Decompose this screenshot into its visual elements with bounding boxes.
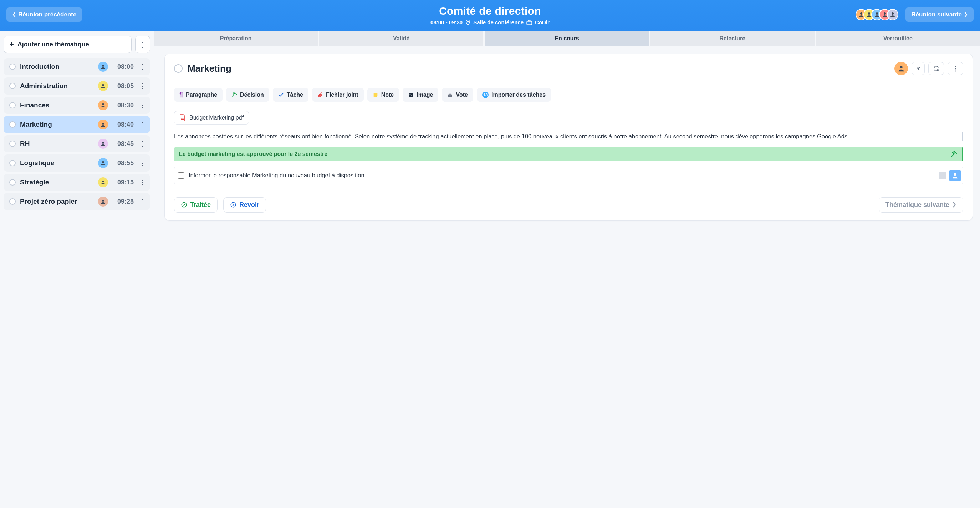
- topic-status-dot[interactable]: [9, 83, 16, 89]
- topic-status-dot[interactable]: [9, 140, 16, 147]
- duration-button[interactable]: 5': [912, 62, 925, 75]
- topic-owner-avatar[interactable]: [98, 158, 108, 168]
- stage-tab-en cours[interactable]: En cours: [485, 31, 649, 46]
- note-button-label: Note: [381, 92, 394, 98]
- svg-point-13: [102, 180, 104, 182]
- next-meeting-button[interactable]: Réunion suivante: [905, 8, 974, 22]
- decision-block[interactable]: Le budget marketing est approuvé pour le…: [174, 147, 963, 161]
- topic-owner-avatar[interactable]: [98, 100, 108, 110]
- refresh-button[interactable]: [928, 62, 944, 75]
- review-button[interactable]: Revoir: [223, 197, 266, 213]
- topic-row[interactable]: Logistique08:55⋮: [3, 154, 150, 172]
- plus-icon: +: [10, 40, 14, 49]
- paragraph-text[interactable]: Les annonces postées sur les différents …: [174, 132, 963, 141]
- topic-time: 08:45: [112, 140, 134, 148]
- topic-owner-avatar[interactable]: [98, 119, 108, 129]
- vote-button-label: Vote: [456, 92, 468, 98]
- topic-row[interactable]: Marketing08:40⋮: [3, 116, 150, 133]
- briefcase-icon: [527, 20, 532, 25]
- topic-row[interactable]: Finances08:30⋮: [3, 97, 150, 114]
- paperclip-icon: [317, 92, 323, 98]
- topic-time: 08:00: [112, 63, 134, 71]
- header-center: Comité de direction 08:00 - 09:30 Salle …: [430, 5, 550, 25]
- topic-more-button[interactable]: ⋮: [138, 178, 146, 186]
- vote-button[interactable]: Vote: [442, 88, 473, 102]
- svg-text:PDF: PDF: [181, 118, 185, 119]
- topic-status-dot[interactable]: [9, 64, 16, 70]
- vertical-dots-icon: ⋮: [139, 40, 146, 49]
- stage-tab-verrouillée[interactable]: Verrouillée: [816, 31, 980, 46]
- panel-title: Marketing: [188, 63, 889, 74]
- topic-more-button[interactable]: ⋮: [138, 82, 146, 90]
- topic-more-button[interactable]: ⋮: [138, 63, 146, 71]
- content-toolbar: ¶ Paragraphe Décision Tâche: [174, 88, 963, 102]
- import-tasks-badge: 13: [482, 92, 488, 98]
- topic-row[interactable]: Administration08:05⋮: [3, 77, 150, 94]
- task-assignee-avatar[interactable]: [949, 170, 961, 181]
- image-button-label: Image: [417, 92, 433, 98]
- add-topic-button[interactable]: + Ajouter une thématique: [3, 36, 132, 53]
- treated-button[interactable]: Traitée: [174, 197, 218, 213]
- stage-tab-validé[interactable]: Validé: [319, 31, 483, 46]
- topic-row[interactable]: Stratégie09:15⋮: [3, 174, 150, 191]
- note-button[interactable]: Note: [368, 88, 399, 102]
- task-checkbox[interactable]: [178, 172, 185, 179]
- meeting-time-range: 08:00 - 09:30: [430, 19, 463, 25]
- decision-button[interactable]: Décision: [226, 88, 269, 102]
- topic-more-button[interactable]: ⋮: [138, 140, 146, 148]
- topic-label: Finances: [20, 101, 94, 109]
- sidebar-more-button[interactable]: ⋮: [135, 36, 150, 53]
- topics-list: Introduction08:00⋮Administration08:05⋮Fi…: [3, 58, 150, 210]
- topic-owner-avatar[interactable]: [98, 139, 108, 149]
- vertical-dots-icon: ⋮: [952, 65, 959, 72]
- panel-footer: Traitée Revoir Thématique suivante: [174, 197, 963, 213]
- import-tasks-button[interactable]: 13 Importer des tâches: [477, 88, 551, 102]
- topic-more-button[interactable]: ⋮: [138, 101, 146, 109]
- attendee-avatars[interactable]: [856, 9, 898, 20]
- attendee-avatar[interactable]: [887, 9, 898, 20]
- next-topic-button[interactable]: Thématique suivante: [879, 197, 963, 213]
- task-button[interactable]: Tâche: [273, 88, 309, 102]
- task-row[interactable]: Informer le responsable Marketing du nou…: [174, 167, 963, 185]
- attachment-button[interactable]: Fichier joint: [312, 88, 364, 102]
- svg-point-23: [181, 202, 186, 208]
- topic-row[interactable]: Projet zéro papier09:25⋮: [3, 193, 150, 210]
- chevron-left-icon: [12, 12, 16, 18]
- attachment-chip[interactable]: PDF Budget Marketing.pdf: [174, 111, 249, 124]
- stage-tab-préparation[interactable]: Préparation: [154, 31, 318, 46]
- topic-row[interactable]: Introduction08:00⋮: [3, 58, 150, 75]
- add-topic-label: Ajouter une thématique: [18, 41, 89, 48]
- svg-point-12: [102, 161, 104, 163]
- topic-time: 08:30: [112, 102, 134, 109]
- topic-label: Stratégie: [20, 178, 94, 186]
- svg-point-8: [102, 84, 104, 86]
- stage-tab-relecture[interactable]: Relecture: [651, 31, 815, 46]
- presenter-avatar[interactable]: [894, 62, 908, 75]
- previous-meeting-button[interactable]: Réunion précédente: [6, 8, 82, 22]
- paragraph-button[interactable]: ¶ Paragraphe: [174, 88, 223, 102]
- topic-owner-avatar[interactable]: [98, 81, 108, 91]
- image-button[interactable]: Image: [402, 88, 438, 102]
- topic-status-dot[interactable]: [9, 102, 16, 108]
- topic-row[interactable]: RH08:45⋮: [3, 135, 150, 152]
- topic-owner-avatar[interactable]: [98, 197, 108, 207]
- note-icon: [373, 92, 379, 98]
- topic-status-dot[interactable]: [9, 121, 16, 128]
- topic-more-button[interactable]: ⋮: [138, 121, 146, 129]
- topic-status-dot[interactable]: [9, 160, 16, 166]
- topic-owner-avatar[interactable]: [98, 62, 108, 72]
- svg-point-2: [860, 13, 862, 14]
- vote-icon: [447, 92, 453, 98]
- task-button-label: Tâche: [287, 92, 303, 98]
- task-tag-placeholder[interactable]: [939, 172, 947, 180]
- topics-sidebar: + Ajouter une thématique ⋮ Introduction0…: [0, 31, 154, 214]
- svg-point-9: [102, 104, 104, 105]
- topic-more-button[interactable]: ⋮: [138, 159, 146, 167]
- meeting-title: Comité de direction: [430, 5, 550, 17]
- panel-more-button[interactable]: ⋮: [948, 62, 963, 75]
- topic-owner-avatar[interactable]: [98, 177, 108, 187]
- topic-more-button[interactable]: ⋮: [138, 197, 146, 205]
- topic-status-dot[interactable]: [9, 198, 16, 205]
- topic-status-dot[interactable]: [9, 179, 16, 186]
- topic-status-dot[interactable]: [174, 64, 183, 73]
